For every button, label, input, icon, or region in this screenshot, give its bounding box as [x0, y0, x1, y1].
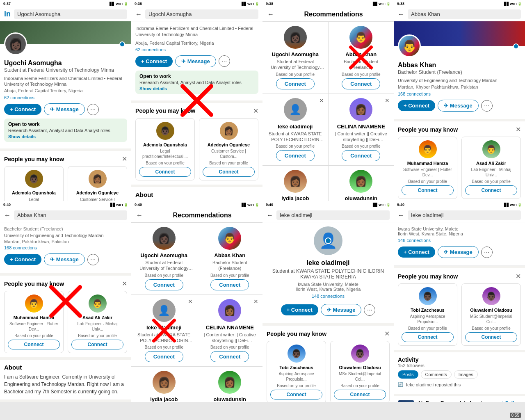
connect-button-5[interactable]: + Connect — [4, 254, 41, 265]
connect-abbas-6[interactable]: Connect — [210, 279, 249, 290]
more-button-1[interactable]: ··· — [87, 104, 99, 115]
person-title-4a: Software Engineer | Flutter Dev... — [402, 167, 454, 178]
filter-posts-8[interactable]: Posts — [398, 370, 418, 379]
connect-button-7[interactable]: + Connect — [281, 304, 318, 315]
more-button-2[interactable]: ··· — [219, 55, 230, 67]
search-bar-5: ← Abbas Khan — [0, 208, 131, 222]
connect-person-4a[interactable]: Connect — [402, 185, 454, 195]
connect-button-4[interactable]: + Connect — [398, 100, 435, 111]
person-basis-8a: Based on your profile — [402, 326, 454, 331]
close-celina[interactable]: ✕ — [383, 96, 391, 105]
connect-person-8a[interactable]: Connect — [402, 332, 454, 342]
person-avatar-1a: 👨🏿 — [25, 170, 43, 188]
more-button-5[interactable]: ··· — [87, 254, 99, 265]
connect-person-2b[interactable]: Connect — [203, 167, 255, 177]
signal-icon: ▊▊ — [110, 2, 114, 6]
rec-name-ugochi-6: Ugochi Asomugha — [135, 252, 193, 258]
connect-abbas[interactable]: Connect — [342, 78, 380, 89]
person-card-8a: 👨🏿 Tobi Zaccheaus Aspiring Aerospace Pro… — [398, 283, 457, 346]
rec-card-celina: ✕ 👩🏾 CELINA NNAMENE | Content writer || … — [329, 94, 394, 166]
back-3[interactable]: ← — [267, 11, 274, 18]
search-input-2[interactable]: Ugochi Asomugha — [145, 9, 258, 19]
connect-person-7b[interactable]: Connect — [334, 390, 386, 399]
back-8[interactable]: ← — [398, 212, 404, 219]
more-button-7[interactable]: ··· — [364, 304, 375, 316]
repost-text-8: Ieke oladimeji reposted this — [406, 382, 461, 387]
search-input-8[interactable]: Ieke oladimeji — [408, 210, 521, 220]
message-button-8[interactable]: ✈ Message — [438, 246, 479, 258]
connect-button-8[interactable]: + Connect — [398, 247, 435, 258]
close-people-8[interactable]: ✕ — [516, 272, 521, 280]
connect-person-5b[interactable]: Connect — [71, 340, 123, 349]
profile-info-section-4: Abbas Khan Bachelor Student (Freelance) … — [394, 46, 525, 119]
person-avatar-5b: 👨 — [89, 294, 107, 313]
back-2[interactable]: ← — [135, 11, 142, 18]
connect-button-2[interactable]: + Connect — [135, 56, 173, 67]
message-button-4[interactable]: ✈ Message — [438, 100, 479, 112]
close-people-4[interactable]: ✕ — [516, 126, 521, 133]
status-bar-8: 9:40 ▊▊ WiFi 🔋 — [394, 201, 525, 208]
status-bar-4: 9:38 ▊▊ WiFi 🔋 — [394, 0, 525, 7]
connect-person-5a[interactable]: Connect — [8, 340, 60, 349]
show-details-1[interactable]: Show details — [8, 134, 123, 139]
rec-name-ugochi: Ugochi Asomugha — [267, 51, 324, 57]
search-input-4[interactable]: Abbas Khan — [408, 9, 521, 19]
connect-person-8b[interactable]: Connect — [465, 332, 517, 342]
filter-comments-8[interactable]: Comments — [421, 370, 452, 379]
person-card-4a: 👨 Muhammad Hamza Software Engineer | Flu… — [398, 137, 457, 199]
search-bar-4: ← Abbas Khan — [394, 7, 525, 21]
rec-basis-abbas: Based on your profile — [333, 72, 390, 77]
close-people-7[interactable]: ✕ — [384, 330, 390, 338]
activity-section-8: Activity 152 followers Posts Comments Im… — [394, 352, 525, 394]
search-bar-7: ← Ieke oladimeji — [262, 208, 394, 222]
connect-ugochi[interactable]: Connect — [276, 78, 315, 89]
close-ieke-6[interactable]: ✕ — [186, 297, 194, 306]
about-section-5: About I am a Software Engineer. Currentl… — [0, 360, 131, 399]
message-button-1[interactable]: ✈ Message — [44, 103, 85, 115]
connect-celina[interactable]: Connect — [342, 150, 380, 161]
repost-notice-8: 🔄 Ieke oladimeji reposted this — [398, 382, 521, 387]
person-avatar-2b: 👩🏾 — [220, 122, 238, 140]
close-people-1[interactable]: ✕ — [122, 155, 127, 163]
follow-button-8[interactable]: + Follow — [501, 400, 521, 402]
person-avatar-1b: 👩🏾 — [89, 170, 107, 188]
time-8: 9:40 — [397, 203, 404, 207]
connect-person-7a[interactable]: Connect — [270, 390, 322, 399]
close-ieke[interactable]: ✕ — [317, 96, 326, 105]
connect-person-2a[interactable]: Connect — [139, 167, 191, 177]
close-people-2[interactable]: ✕ — [253, 107, 258, 115]
connect-person-4b[interactable]: Connect — [465, 185, 517, 195]
connect-ieke[interactable]: Connect — [276, 150, 315, 161]
message-button-2[interactable]: ✈ Message — [175, 55, 216, 67]
back-7[interactable]: ← — [267, 212, 273, 219]
more-button-4[interactable]: ··· — [481, 100, 493, 112]
person-name-7a: Tobi Zaccheaus — [270, 365, 322, 370]
rec-avatar-lydia: 👩🏾 — [284, 170, 307, 193]
back-6[interactable]: ← — [136, 212, 143, 219]
close-people-5[interactable]: ✕ — [122, 280, 127, 288]
status-bar-7: 9:40 ▊▊ WiFi 🔋 — [262, 201, 394, 208]
message-button-5[interactable]: ✈ Message — [44, 253, 85, 265]
search-input-7[interactable]: Ieke oladimeji — [276, 210, 390, 220]
back-4[interactable]: ← — [398, 11, 404, 18]
close-celina-6[interactable]: ✕ — [252, 297, 260, 306]
person-name-4b: Asad Ali Zakir — [465, 160, 517, 166]
show-details-2[interactable]: Show details — [139, 86, 254, 91]
search-input-1[interactable]: Ugochi Asomugha — [14, 9, 127, 19]
more-button-8[interactable]: ··· — [481, 247, 493, 258]
connect-celina-6[interactable]: Connect — [210, 351, 249, 362]
connect-ugochi-6[interactable]: Connect — [145, 279, 183, 290]
person-name-8a: Tobi Zaccheaus — [402, 307, 454, 313]
back-5[interactable]: ← — [4, 212, 11, 219]
rec-basis-ieke-6: Based on your profile — [135, 345, 193, 349]
message-button-7[interactable]: ✈ Message — [321, 304, 362, 316]
rec-avatar-oluwadunsin-6: 👩🏾 — [218, 371, 241, 394]
connect-button-1[interactable]: + Connect — [4, 104, 41, 115]
location-stub-5: Mardan, Pakhtunkhwa, Pakistan — [4, 239, 127, 244]
search-input-5[interactable]: Abbas Khan — [14, 210, 127, 220]
connections-7: 148 connections — [312, 294, 345, 299]
connect-ieke-6[interactable]: Connect — [145, 351, 183, 362]
filter-images-8[interactable]: Images — [454, 370, 478, 379]
time-7: 9:40 — [266, 203, 273, 207]
about-title-5: About — [4, 364, 127, 371]
